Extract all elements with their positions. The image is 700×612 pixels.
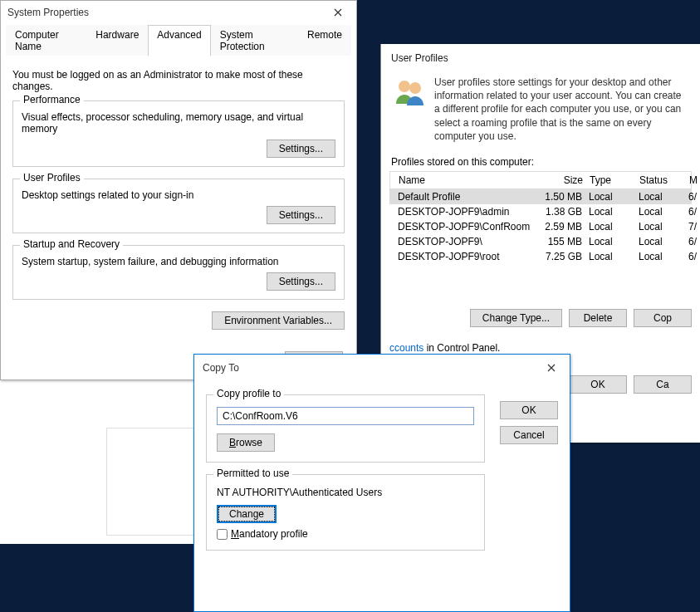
perf-settings-button[interactable]: Settings... <box>267 140 335 158</box>
browse-button[interactable]: BBrowserowse <box>217 433 275 452</box>
group-legend: User Profiles <box>20 172 84 184</box>
admin-note: You must be logged on as an Administrato… <box>12 69 345 92</box>
close-button[interactable] <box>535 360 568 376</box>
window-title: User Profiles <box>381 44 700 71</box>
tab-hardware[interactable]: Hardware <box>86 25 148 56</box>
ok-button[interactable]: OK <box>569 375 627 394</box>
system-properties-window: System Properties Computer Name Hardware… <box>0 0 357 380</box>
profiles-info-row: User profiles store settings for your de… <box>381 71 700 156</box>
table-row[interactable]: DESKTOP-JOPF9\root7.25 GBLocalLocal6/ <box>389 249 692 264</box>
change-type-button[interactable]: Change Type... <box>470 309 562 327</box>
copy-to-window: Copy To Copy profile to BBrowserowse Per… <box>193 354 570 612</box>
group-performance: Performance Visual effects, processor sc… <box>12 100 345 167</box>
group-legend: Performance <box>20 94 84 105</box>
change-button[interactable]: Change <box>217 505 277 523</box>
col-size[interactable]: Size <box>540 174 590 186</box>
window-title: Copy To <box>203 362 239 374</box>
permitted-value: NT AUTHORITY\Authenticated Users <box>217 487 474 498</box>
close-icon <box>334 8 342 17</box>
copy-to-button[interactable]: Cop <box>634 309 692 327</box>
tab-system-protection[interactable]: System Protection <box>211 25 298 56</box>
path-input[interactable] <box>217 407 474 425</box>
table-row[interactable]: DESKTOP-JOPF9\ConfRoom2.59 MBLocalLocal7… <box>389 219 692 234</box>
group-permitted: Permitted to use NT AUTHORITY\Authentica… <box>206 474 485 551</box>
window-title: System Properties <box>7 7 89 18</box>
col-name[interactable]: Name <box>399 174 540 186</box>
profiles-settings-button[interactable]: Settings... <box>267 206 335 224</box>
group-desc: System startup, system failure, and debu… <box>22 256 335 267</box>
startup-settings-button[interactable]: Settings... <box>267 272 335 291</box>
profiles-info-text: User profiles store settings for your de… <box>434 76 688 143</box>
profiles-button-row: Change Type... Delete Cop <box>381 297 700 339</box>
table-header: Name Size Type Status M <box>389 171 692 189</box>
close-icon <box>547 364 556 372</box>
ok-button[interactable]: OK <box>500 401 558 419</box>
stored-label: Profiles stored on this computer: <box>381 156 700 171</box>
group-legend: Startup and Recovery <box>20 238 123 250</box>
tab-computer-name[interactable]: Computer Name <box>6 25 86 56</box>
group-startup-recovery: Startup and Recovery System startup, sys… <box>12 245 345 300</box>
tab-strip: Computer Name Hardware Advanced System P… <box>6 24 351 56</box>
svg-point-1 <box>409 82 421 94</box>
tab-remote[interactable]: Remote <box>298 25 351 56</box>
group-legend: Permitted to use <box>213 468 292 479</box>
group-copy-profile: Copy profile to BBrowserowse <box>206 394 485 463</box>
tab-advanced[interactable]: Advanced <box>148 25 210 56</box>
cancel-button[interactable]: Ca <box>634 375 692 394</box>
tab-body: You must be logged on as an Administrato… <box>1 56 356 340</box>
svg-point-0 <box>399 81 410 92</box>
table-row[interactable]: Default Profile1.50 MBLocalLocal6/ <box>389 189 692 204</box>
env-vars-button[interactable]: Environment Variables... <box>212 311 345 330</box>
table-body: Default Profile1.50 MBLocalLocal6/ DESKT… <box>389 189 692 264</box>
group-user-profiles: User Profiles Desktop settings related t… <box>12 179 345 233</box>
mandatory-checkbox-input[interactable] <box>217 529 228 540</box>
titlebar: System Properties <box>1 1 356 24</box>
table-row[interactable]: DESKTOP-JOPF9\admin1.38 GBLocalLocal6/ <box>389 204 692 219</box>
col-type[interactable]: Type <box>590 174 639 186</box>
close-button[interactable] <box>321 4 355 21</box>
table-row[interactable]: DESKTOP-JOPF9\155 MBLocalLocal6/ <box>389 234 692 249</box>
group-legend: Copy profile to <box>213 388 284 399</box>
titlebar: Copy To <box>194 355 570 381</box>
users-icon <box>393 76 426 109</box>
mandatory-checkbox[interactable]: Mandatory profile <box>217 528 474 540</box>
delete-button[interactable]: Delete <box>569 309 627 327</box>
group-desc: Desktop settings related to your sign-in <box>22 189 335 201</box>
col-modified[interactable]: M <box>689 174 700 186</box>
group-desc: Visual effects, processor scheduling, me… <box>22 111 335 135</box>
cancel-button[interactable]: Cancel <box>500 426 558 444</box>
col-status[interactable]: Status <box>639 174 689 186</box>
user-accounts-link[interactable]: ccounts <box>389 342 423 354</box>
